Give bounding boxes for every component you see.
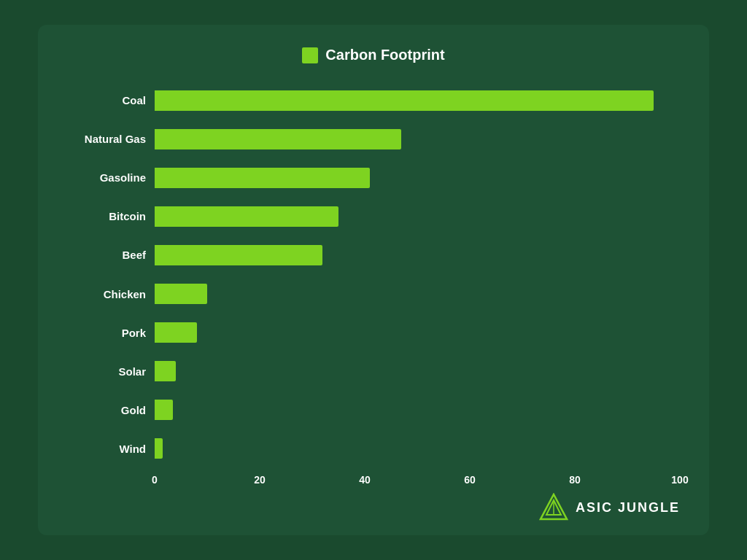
bar-track [155, 236, 680, 274]
bar-fill [155, 361, 176, 381]
bar-fill [155, 90, 654, 111]
bar-label: Coal [67, 94, 155, 106]
x-tick-label: 0 [152, 474, 158, 486]
x-tick-label: 40 [359, 474, 371, 486]
chart-area: CoalNatural GasGasolineBitcoinBeefChicke… [67, 81, 680, 491]
bar-row: Gold [67, 391, 680, 429]
brand-name: ASIC JUNGLE [576, 500, 680, 516]
bar-track [155, 391, 680, 429]
x-tick-label: 20 [254, 474, 266, 486]
brand-area: ASIC JUNGLE [539, 493, 680, 522]
bar-label: Wind [67, 443, 155, 455]
x-axis: 020406080100 [155, 474, 680, 491]
bar-row: Bitcoin [67, 197, 680, 236]
bar-row: Coal [67, 81, 680, 120]
bar-label: Gasoline [67, 171, 155, 184]
bar-label: Beef [67, 249, 155, 261]
bar-label: Natural Gas [67, 133, 155, 145]
bar-label: Bitcoin [67, 210, 155, 222]
bar-fill [155, 284, 207, 304]
bar-label: Solar [67, 365, 155, 378]
bar-track [155, 81, 680, 120]
chart-container: Carbon Footprint CoalNatural GasGasoline… [38, 25, 709, 535]
bar-row: Chicken [67, 274, 680, 313]
bar-track [155, 314, 680, 352]
x-tick-label: 80 [569, 474, 581, 486]
bar-row: Wind [67, 429, 680, 468]
bar-fill [155, 322, 197, 343]
bar-fill [155, 168, 370, 188]
bar-fill [155, 400, 173, 420]
chart-legend: Carbon Footprint [67, 47, 680, 63]
bar-label: Gold [67, 404, 155, 416]
bar-fill [155, 129, 401, 149]
bar-track [155, 158, 680, 197]
bar-label: Chicken [67, 288, 155, 300]
x-tick-label: 60 [464, 474, 476, 486]
bar-fill [155, 206, 338, 227]
bar-track [155, 120, 680, 158]
brand-icon [539, 493, 568, 522]
bars-wrapper: CoalNatural GasGasolineBitcoinBeefChicke… [67, 81, 680, 468]
bar-row: Pork [67, 314, 680, 352]
x-tick-label: 100 [671, 474, 688, 486]
legend-color-swatch [302, 47, 318, 63]
bar-row: Gasoline [67, 158, 680, 197]
bar-fill [155, 438, 163, 459]
bar-fill [155, 245, 322, 265]
legend-label: Carbon Footprint [325, 47, 444, 63]
bar-row: Beef [67, 236, 680, 274]
bar-track [155, 274, 680, 313]
bar-row: Natural Gas [67, 120, 680, 158]
bar-track [155, 352, 680, 391]
bar-row: Solar [67, 352, 680, 391]
bar-label: Pork [67, 327, 155, 339]
bar-track [155, 429, 680, 468]
bar-track [155, 197, 680, 236]
